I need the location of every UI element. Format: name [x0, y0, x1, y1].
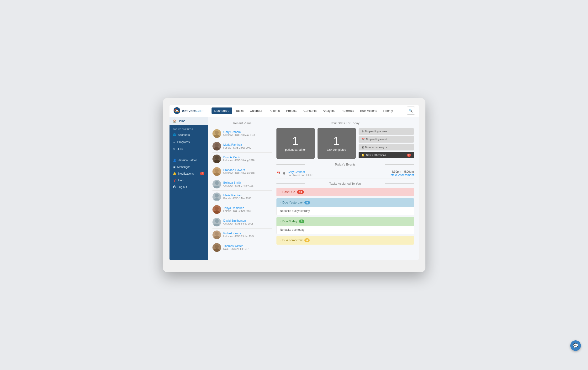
task-group-due-today: › Due Today 0 No tasks due today	[276, 217, 414, 234]
search-button[interactable]: 🔍	[407, 107, 415, 115]
sidebar-user[interactable]: 👤 Jessica Sattler	[169, 157, 208, 164]
sidebar-home[interactable]: 🏠 Home	[169, 117, 208, 125]
patient-name[interactable]: David Smitherson	[223, 219, 253, 222]
task-group-due-tomorrow: › Due Tomorrow 0	[276, 236, 414, 245]
nav-projects[interactable]: Projects	[283, 108, 300, 114]
nav-priority[interactable]: Priority	[380, 108, 396, 114]
patient-name[interactable]: Maria Ramirez	[223, 194, 251, 197]
pending-access-label: No pending access	[365, 130, 388, 133]
svg-point-12	[215, 207, 219, 210]
sidebar-help[interactable]: ❓ Help	[169, 177, 208, 184]
right-column: Your Stats For Today 1 patient cared for…	[276, 121, 414, 254]
sidebar-item-hubs[interactable]: ⊕ Hubs	[169, 146, 208, 153]
top-nav: ActivateCare Dashboard Tasks Calendar Pa…	[169, 105, 419, 117]
event-type[interactable]: Intake Assessment	[390, 174, 414, 177]
messages-icon: ▣	[173, 165, 176, 169]
content-area: Recent Plans Gary Graham Unknown · DOB 1…	[208, 117, 419, 260]
sidebar-logout[interactable]: ⏻ Log out	[169, 184, 208, 190]
avatar	[212, 193, 221, 201]
screen: ActivateCare Dashboard Tasks Calendar Pa…	[169, 105, 419, 260]
patient-dob: Female · DOB 1 Mar 1956	[223, 197, 251, 200]
sidebar-item-programs[interactable]: ▲ Programs	[169, 139, 208, 146]
nav-dashboard[interactable]: Dashboard	[211, 108, 232, 114]
sidebar-messages[interactable]: ▣ Messages	[169, 164, 208, 170]
svg-point-17	[215, 245, 219, 249]
patient-dob: Unknown · DOB 18 Aug 2018	[223, 159, 255, 162]
task-group-due-tomorrow-header[interactable]: › Due Tomorrow 0	[276, 236, 414, 245]
no-messages-label: No new messages	[365, 146, 387, 149]
nav-patients[interactable]: Patients	[266, 108, 283, 114]
svg-point-4	[215, 143, 219, 147]
list-item[interactable]: Maria Ramirez Female · DOB 2 Mar 2002	[212, 140, 272, 153]
patient-name[interactable]: Belinda Smith	[223, 181, 255, 185]
chevron-down-icon: ›	[280, 220, 281, 223]
patient-name[interactable]: Brandon Flowers	[223, 168, 255, 172]
patient-name[interactable]: Maria Ramirez	[223, 143, 251, 146]
svg-point-5	[214, 147, 220, 151]
patient-info: Gary Graham Unknown · DOB 18 May 1948	[223, 131, 255, 136]
event-sub: Enrollment and Intake	[288, 174, 313, 176]
svg-point-9	[214, 173, 220, 176]
chat-fab-button[interactable]: 💬	[570, 340, 581, 351]
list-item[interactable]: Maria Ramirez Female · DOB 1 Mar 1956	[212, 191, 272, 203]
avatar	[212, 230, 221, 239]
due-yesterday-badge: 0	[304, 201, 310, 205]
list-item[interactable]: Belinda Smith Unknown · DOB 27 Nov 1967	[212, 178, 272, 191]
svg-point-13	[214, 210, 220, 214]
chevron-right-icon: ›	[280, 191, 281, 193]
list-item[interactable]: Robert Kenny Unknown · DOB 29 Jan 1954	[212, 229, 272, 241]
avatar	[212, 218, 221, 227]
stat-btn-no-messages[interactable]: ▣ No new messages	[358, 144, 414, 151]
due-tomorrow-badge: 0	[304, 238, 310, 242]
list-item[interactable]: Donnie Cook Unknown · DOB 18 Aug 2018	[212, 153, 272, 165]
due-yesterday-label: Due Yesterday	[283, 201, 303, 204]
sidebar-notifications[interactable]: 🔔 Notifications 2	[169, 170, 208, 177]
notifications-label: Notifications	[178, 172, 194, 175]
programs-label: Programs	[177, 141, 189, 144]
due-today-badge: 0	[299, 219, 304, 223]
stat-btn-new-notifications[interactable]: 🔔 New notifications 2	[358, 152, 414, 158]
patient-name[interactable]: Donnie Cook	[223, 156, 255, 159]
sidebar-item-accounts[interactable]: 🌐 Accounts	[169, 131, 208, 139]
hubs-label: Hubs	[177, 148, 184, 151]
list-item[interactable]: David Smitherson Unknown · DOB 9 Feb 201…	[212, 216, 272, 229]
stat-btn-pending-event[interactable]: 📅 No pending event	[358, 136, 414, 143]
patient-name[interactable]: Gary Graham	[223, 131, 255, 134]
event-patient-name[interactable]: Gary Graham	[288, 170, 313, 174]
patient-name[interactable]: Tanya Rameriez	[223, 206, 251, 210]
stats-cards: 1 patient cared for 1 task completed ⚙	[276, 128, 414, 159]
logo-icon	[173, 107, 180, 114]
stats-title: Your Stats For Today	[276, 121, 414, 125]
programs-icon: ▲	[173, 141, 176, 143]
patient-info: Tanya Rameriez Female · DOB 2 Sep 1990	[223, 206, 251, 212]
task-group-due-yesterday-header[interactable]: › Due Yesterday 0	[276, 198, 414, 207]
patient-info: Donnie Cook Unknown · DOB 18 Aug 2018	[223, 156, 255, 162]
avatar	[212, 167, 221, 176]
recent-plans-panel: Recent Plans Gary Graham Unknown · DOB 1…	[212, 121, 272, 254]
patient-info: Belinda Smith Unknown · DOB 27 Nov 1967	[223, 181, 255, 187]
patient-dob: Male · DOB 28 Jul 1957	[223, 248, 249, 250]
nav-analytics[interactable]: Analytics	[320, 108, 338, 114]
patient-name[interactable]: Thomas Winter	[223, 244, 249, 248]
task-group-due-today-header[interactable]: › Due Today 0	[276, 217, 414, 226]
nav-tasks[interactable]: Tasks	[233, 108, 246, 114]
no-tasks-yesterday-text: No tasks due yesterday	[280, 209, 310, 213]
event-time-range: 4:30pm – 5:00pm	[390, 170, 414, 174]
avatar	[212, 205, 221, 214]
list-item[interactable]: Gary Graham Unknown · DOB 18 May 1948	[212, 127, 272, 140]
patient-name[interactable]: Robert Kenny	[223, 232, 254, 235]
list-item[interactable]: Brandon Flowers Unknown · DOB 18 Aug 201…	[212, 165, 272, 178]
nav-referrals[interactable]: Referrals	[338, 108, 357, 114]
task-group-past-due-header[interactable]: › Past Due 10	[276, 188, 414, 196]
task-group-due-yesterday: › Due Yesterday 0 No tasks due yesterday	[276, 198, 414, 215]
past-due-badge: 10	[297, 190, 304, 194]
patient-info: Maria Ramirez Female · DOB 2 Mar 2002	[223, 143, 251, 149]
nav-bulk-actions[interactable]: Bulk Actions	[357, 108, 380, 114]
stat-btn-pending-access[interactable]: ⚙ No pending access	[358, 128, 414, 135]
patient-dob: Unknown · DOB 27 Nov 1967	[223, 185, 255, 187]
logout-label: Log out	[178, 185, 187, 189]
list-item[interactable]: Thomas Winter Male · DOB 28 Jul 1957	[212, 241, 272, 254]
list-item[interactable]: Tanya Rameriez Female · DOB 2 Sep 1990	[212, 203, 272, 216]
nav-calendar[interactable]: Calendar	[247, 108, 265, 114]
nav-consents[interactable]: Consents	[301, 108, 319, 114]
